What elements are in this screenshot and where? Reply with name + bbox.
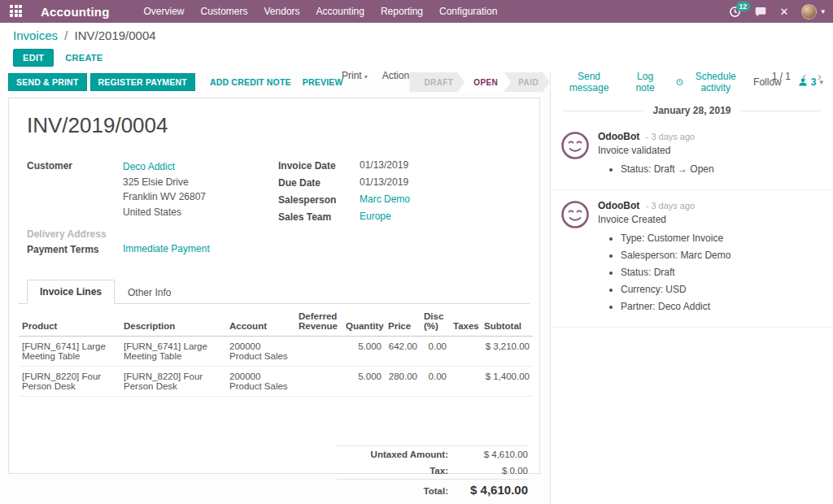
message-timestamp: - 3 days ago [646, 201, 696, 211]
form-view-pane: SEND & PRINT REGISTER PAYMENT ADD CREDIT… [0, 72, 550, 504]
app-title: Accounting [41, 5, 110, 19]
breadcrumb-separator: / [64, 28, 68, 42]
message-body: Invoice Created [598, 214, 822, 225]
invoice-totals: Untaxed Amount: $ 4,610.00 Tax: $ 0.00 T… [337, 445, 528, 504]
pager-previous-icon[interactable]: ‹ [802, 70, 806, 82]
table-row[interactable]: [FURN_6741] Large Meeting Table [FURN_67… [19, 337, 533, 367]
delivery-address-label: Delivery Address [27, 228, 123, 240]
due-date-label: Due Date [278, 176, 360, 189]
print-dropdown[interactable]: Print▾ [342, 70, 368, 81]
salesperson-label: Salesperson [278, 193, 360, 206]
invoice-fields: Customer Deco Addict 325 Elsie Drive Fra… [27, 159, 530, 258]
message-author[interactable]: OdooBot [598, 200, 639, 211]
col-product: Product [19, 307, 120, 337]
activity-count-badge: 12 [736, 2, 750, 11]
register-payment-button[interactable]: REGISTER PAYMENT [90, 73, 195, 91]
action-dropdowns: Print▾ Action▾ [342, 70, 415, 81]
total-row: Total: $ 4,610.00 [337, 479, 528, 500]
col-deferred-revenue: Deferred Revenue [295, 307, 342, 337]
add-credit-note-button[interactable]: ADD CREDIT NOTE [210, 77, 291, 87]
top-navbar: Accounting Overview Customers Vendors Ac… [0, 0, 833, 23]
salesperson-link[interactable]: Marc Demo [360, 193, 410, 206]
top-menu: Overview Customers Vendors Accounting Re… [136, 0, 506, 23]
messages-bubble-icon[interactable] [754, 6, 767, 18]
odoobot-avatar [560, 131, 590, 160]
tab-other-info[interactable]: Other Info [115, 280, 184, 304]
tax-value: $ 0.00 [460, 466, 528, 476]
chevron-down-icon: ▾ [821, 7, 825, 15]
message-author[interactable]: OdooBot [598, 131, 639, 142]
menu-accounting[interactable]: Accounting [308, 0, 373, 23]
menu-configuration[interactable]: Configuration [431, 0, 505, 23]
untaxed-amount-row: Untaxed Amount: $ 4,610.00 [337, 445, 528, 463]
status-pipeline: DRAFT OPEN PAID [409, 72, 550, 92]
customer-country: United States [123, 205, 206, 220]
clock-icon [676, 77, 683, 87]
untaxed-amount-value: $ 4,610.00 [460, 450, 528, 459]
left-field-group: Customer Deco Addict 325 Elsie Drive Fra… [27, 159, 278, 258]
sales-team-label: Sales Team [278, 211, 360, 223]
invoice-date-label: Invoice Date [278, 159, 360, 172]
customer-label: Customer [27, 159, 123, 219]
apps-grid-icon[interactable] [10, 5, 23, 18]
status-paid[interactable]: PAID [504, 72, 550, 92]
odoobot-avatar [560, 200, 590, 229]
invoice-date-value: 01/13/2019 [360, 159, 408, 172]
due-date-value: 01/13/2019 [360, 176, 408, 189]
control-panel-buttons: EDIT CREATE [13, 48, 820, 67]
notebook-tabs: Invoice Lines Other Info [19, 279, 530, 304]
menu-customers[interactable]: Customers [193, 0, 256, 23]
col-taxes: Taxes [450, 307, 481, 337]
debug-tools-icon[interactable]: ✕ [780, 6, 789, 18]
preview-button[interactable]: PREVIEW [303, 77, 343, 87]
customer-value: Deco Addict 325 Elsie Drive Franklin WV … [123, 159, 206, 219]
record-pager: 1 / 1 ‹ › [772, 70, 822, 82]
col-quantity: Quantity [342, 307, 385, 337]
schedule-activity-button[interactable]: Schedule activity [669, 72, 750, 93]
col-description: Description [120, 307, 226, 337]
col-price: Price [385, 307, 421, 337]
breadcrumb-current: INV/2019/0004 [75, 28, 156, 42]
activities-clock-icon[interactable]: 12 [729, 6, 741, 18]
col-subtotal: Subtotal [481, 307, 533, 337]
main-content: SEND & PRINT REGISTER PAYMENT ADD CREDIT… [0, 72, 833, 504]
right-field-group: Invoice Date 01/13/2019 Due Date 01/13/2… [278, 159, 530, 258]
tab-invoice-lines[interactable]: Invoice Lines [27, 280, 115, 304]
send-message-button[interactable]: Send message [557, 72, 621, 93]
sales-team-link[interactable]: Europe [360, 211, 391, 223]
create-button[interactable]: CREATE [65, 53, 102, 63]
menu-overview[interactable]: Overview [136, 0, 193, 23]
chevron-down-icon: ▾ [364, 73, 368, 80]
message-tracking-values: Type: Customer Invoice Salesperson: Marc… [621, 230, 822, 315]
tax-row: Tax: $ 0.00 [337, 463, 528, 479]
log-note-button[interactable]: Log note [624, 72, 666, 93]
breadcrumb-invoices-link[interactable]: Invoices [13, 28, 58, 42]
chatter-message: OdooBot - 3 days ago Invoice validated S… [551, 121, 833, 190]
message-body: Invoice validated [598, 145, 822, 156]
pager-value: 1 / 1 [772, 71, 791, 82]
pager-next-icon[interactable]: › [818, 70, 822, 82]
menu-vendors[interactable]: Vendors [256, 0, 308, 23]
customer-link[interactable]: Deco Addict [123, 159, 206, 175]
menu-reporting[interactable]: Reporting [373, 0, 431, 23]
col-account: Account [226, 307, 295, 337]
status-open[interactable]: OPEN [459, 72, 509, 92]
systray: 12 ✕ ▾ [729, 4, 825, 20]
send-print-button[interactable]: SEND & PRINT [8, 73, 87, 91]
user-avatar [801, 4, 817, 20]
user-menu[interactable]: ▾ [801, 4, 825, 20]
total-value: $ 4,610.00 [460, 483, 528, 497]
invoice-number-title: INV/2019/0004 [27, 113, 530, 138]
message-tracking-values: Status: Draft → Open [621, 161, 822, 178]
table-row[interactable]: [FURN_8220] Four Person Desk [FURN_8220]… [19, 367, 533, 397]
payment-terms-link[interactable]: Immediate Payment [123, 243, 210, 255]
edit-button[interactable]: EDIT [13, 49, 54, 67]
breadcrumb: Invoices / INV/2019/0004 [13, 28, 820, 42]
form-statusbar: SEND & PRINT REGISTER PAYMENT ADD CREDIT… [0, 72, 550, 92]
status-draft[interactable]: DRAFT [409, 72, 464, 92]
payment-terms-label: Payment Terms [27, 243, 123, 255]
message-timestamp: - 3 days ago [646, 132, 696, 141]
chatter-message: OdooBot - 3 days ago Invoice Created Typ… [551, 190, 833, 328]
control-panel: Invoices / INV/2019/0004 EDIT CREATE Pri… [0, 23, 833, 72]
customer-street: 325 Elsie Drive [123, 175, 206, 190]
